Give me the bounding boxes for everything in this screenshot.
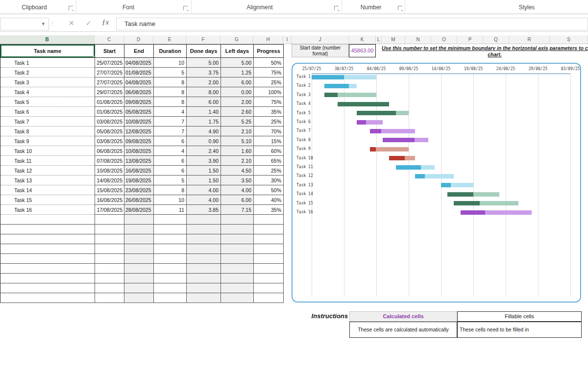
gantt-bar-done[interactable]	[370, 147, 376, 152]
gantt-bar-left[interactable]	[344, 75, 376, 79]
cell-empty[interactable]	[254, 234, 284, 244]
gantt-bar-left[interactable]	[425, 174, 454, 178]
gantt-bar-done[interactable]	[461, 210, 486, 215]
column-header-F[interactable]: F	[186, 35, 220, 44]
cell-start[interactable]: 27/07/2025	[95, 68, 124, 77]
cell-done[interactable]: 2.40	[187, 146, 221, 156]
gantt-bar-done[interactable]	[415, 174, 425, 178]
cell-empty[interactable]	[187, 215, 221, 225]
cell-empty[interactable]	[95, 244, 124, 254]
cell-end[interactable]: 10/08/2025	[124, 146, 154, 156]
cell-empty[interactable]	[124, 293, 154, 303]
cell-prog[interactable]: 50%	[254, 58, 284, 68]
cell-left[interactable]: 6.00	[221, 195, 254, 205]
gantt-chart[interactable]: 25/07/2530/07/2504/08/2509/08/2514/08/25…	[292, 63, 581, 303]
dialog-launcher-icon[interactable]	[334, 6, 339, 10]
cell-name[interactable]: Task 6	[0, 107, 95, 117]
cell-done[interactable]: 4.00	[187, 185, 221, 195]
cell-start[interactable]: 17/08/2025	[95, 205, 124, 215]
cell-name[interactable]: Task 13	[0, 176, 95, 185]
cell-prog[interactable]: 100%	[254, 87, 284, 97]
cell-dur[interactable]: 6	[154, 166, 187, 176]
gantt-bar-left[interactable]	[421, 165, 435, 170]
legend-calculated-body-cell[interactable]: These cells are calculated automatically	[349, 322, 457, 338]
cell-end[interactable]: 09/08/2025	[124, 97, 154, 107]
cell-name[interactable]: Task 10	[0, 146, 95, 156]
cell-empty[interactable]	[187, 254, 221, 264]
cell-empty[interactable]	[221, 225, 254, 234]
gantt-bar-done[interactable]	[389, 156, 405, 160]
cell-dur[interactable]: 5	[154, 176, 187, 185]
cell-done[interactable]: 0.90	[187, 136, 221, 146]
column-header-start[interactable]: Start	[95, 45, 124, 58]
column-header-C[interactable]: C	[95, 35, 124, 44]
cell-done[interactable]: 3.85	[187, 205, 221, 215]
cell-dur[interactable]: 6	[154, 156, 187, 166]
cell-prog[interactable]: 35%	[254, 107, 284, 117]
cell-left[interactable]: 3.50	[221, 176, 254, 185]
cell-dur[interactable]: 10	[154, 58, 187, 68]
fill-handle[interactable]	[93, 56, 95, 58]
cell-done[interactable]: 3.90	[187, 156, 221, 166]
cell-start[interactable]: 14/08/2025	[95, 176, 124, 185]
cell-name[interactable]: Task 3	[0, 77, 95, 87]
cell-start[interactable]: 01/08/2025	[95, 107, 124, 117]
cell-empty[interactable]	[254, 254, 284, 264]
legend-calculated-header-cell[interactable]: Calculated cells	[349, 311, 457, 322]
gantt-bar-left[interactable]	[396, 111, 409, 115]
cell-prog[interactable]: 70%	[254, 126, 284, 136]
cell-empty[interactable]	[221, 283, 254, 293]
confirm-icon[interactable]: ✓	[86, 19, 92, 27]
cell-left[interactable]: 1.60	[221, 146, 254, 156]
cell-left[interactable]: 5.10	[221, 136, 254, 146]
cell-empty[interactable]	[254, 225, 284, 234]
gantt-bar-left[interactable]	[415, 138, 428, 142]
cell-start[interactable]: 03/08/2025	[95, 117, 124, 126]
gantt-bar-left[interactable]	[405, 156, 415, 160]
gantt-bar-done[interactable]	[338, 102, 390, 106]
cell-done[interactable]: 3.75	[187, 68, 221, 77]
cell-empty[interactable]	[124, 234, 154, 244]
gantt-bar-done[interactable]	[324, 93, 337, 97]
cell-dur[interactable]: 8	[154, 185, 187, 195]
cell-dur[interactable]: 6	[154, 136, 187, 146]
cell-left[interactable]: 7.15	[221, 205, 254, 215]
cell-empty[interactable]	[0, 225, 95, 234]
cell-empty[interactable]	[124, 254, 154, 264]
cell-end[interactable]: 23/08/2025	[124, 185, 154, 195]
cell-empty[interactable]	[221, 254, 254, 264]
name-box[interactable]: ▾	[0, 18, 49, 30]
cell-empty[interactable]	[124, 283, 154, 293]
cell-end[interactable]: 04/08/2025	[124, 77, 154, 87]
cell-empty[interactable]	[0, 264, 95, 274]
legend-fillable-body-cell[interactable]: These cells need to be filled in	[457, 322, 582, 338]
cell-left[interactable]: 5.25	[221, 117, 254, 126]
cell-end[interactable]: 01/08/2025	[124, 68, 154, 77]
gantt-bar-done[interactable]	[357, 111, 395, 115]
cell-end[interactable]: 09/08/2025	[124, 136, 154, 146]
cell-prog[interactable]: 65%	[254, 156, 284, 166]
cell-left[interactable]: 4.00	[221, 185, 254, 195]
cell-end[interactable]: 06/08/2025	[124, 87, 154, 97]
cell-empty[interactable]	[95, 254, 124, 264]
gantt-bar-left[interactable]	[485, 210, 531, 215]
cell-name[interactable]: Task 12	[0, 166, 95, 176]
gantt-bar-done[interactable]	[454, 201, 480, 205]
cell-dur[interactable]: 7	[154, 126, 187, 136]
cell-empty[interactable]	[95, 264, 124, 274]
cell-empty[interactable]	[0, 234, 95, 244]
cell-prog[interactable]: 25%	[254, 117, 284, 126]
insert-function-icon[interactable]: ƒx	[102, 18, 109, 26]
cell-start[interactable]: 07/08/2025	[95, 156, 124, 166]
column-header-L[interactable]: L	[376, 35, 382, 44]
cell-start[interactable]: 15/08/2025	[95, 185, 124, 195]
gantt-bar-left[interactable]	[376, 147, 409, 152]
column-header-J[interactable]: J	[292, 35, 349, 44]
cell-done[interactable]: 1.50	[187, 176, 221, 185]
gantt-bar-done[interactable]	[383, 138, 415, 142]
dialog-launcher-icon[interactable]	[398, 6, 402, 10]
cell-empty[interactable]	[0, 293, 95, 303]
column-header-E[interactable]: E	[153, 35, 186, 44]
gantt-bar-left[interactable]	[366, 120, 383, 125]
gantt-bar-left[interactable]	[480, 201, 518, 205]
